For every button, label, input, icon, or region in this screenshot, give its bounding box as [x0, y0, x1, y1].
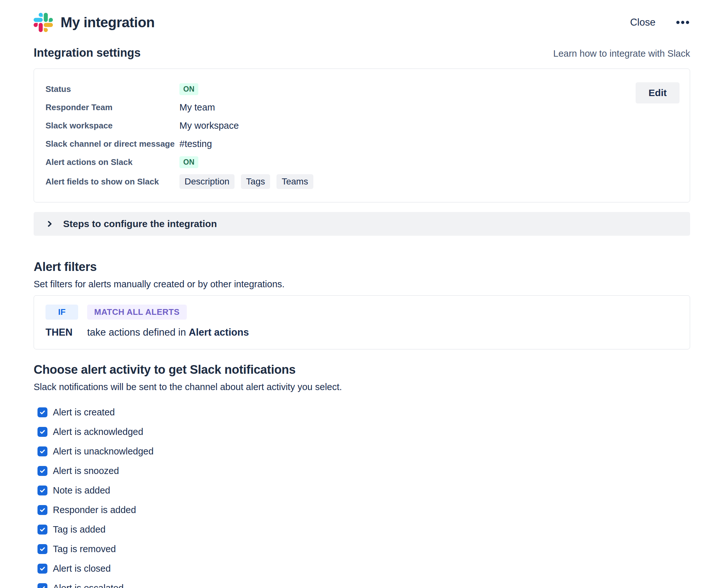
settings-rows: StatusONResponder TeamMy teamSlack works…: [45, 83, 678, 189]
checkmark-icon: [39, 546, 45, 552]
alert-activity-list: Alert is createdAlert is acknowledgedAle…: [34, 407, 690, 588]
notifications-heading: Choose alert activity to get Slack notif…: [34, 363, 690, 377]
field-tag: Description: [179, 174, 234, 189]
alert-activity-label: Alert is unacknowledged: [53, 446, 153, 457]
settings-row: Slack workspaceMy workspace: [45, 120, 678, 132]
checkmark-icon: [39, 429, 45, 435]
field-value: My team: [179, 102, 215, 113]
checkmark-icon: [39, 585, 45, 588]
close-button[interactable]: Close: [630, 17, 655, 28]
integration-settings-heading: Integration settings: [34, 46, 141, 60]
field-value: ON: [179, 156, 198, 168]
more-options-icon[interactable]: [675, 19, 690, 26]
alert-activity-label: Tag is added: [53, 524, 105, 535]
checkbox-checked[interactable]: [38, 407, 47, 417]
field-label: Status: [45, 84, 179, 94]
alert-activity-label: Note is added: [53, 485, 110, 496]
alert-activity-item: Alert is acknowledged: [34, 426, 690, 437]
learn-how-link[interactable]: Learn how to integrate with Slack: [553, 48, 690, 59]
alert-activity-label: Alert is closed: [53, 563, 111, 574]
page-title: My integration: [61, 15, 155, 30]
if-badge: IF: [45, 304, 78, 320]
alert-activity-label: Alert is snoozed: [53, 466, 119, 476]
field-value: ON: [179, 83, 198, 95]
notifications-description: Slack notifications will be sent to the …: [34, 382, 690, 392]
page-header: My integration Close: [34, 12, 690, 33]
status-on-badge: ON: [179, 156, 198, 168]
checkmark-icon: [39, 507, 45, 513]
integration-settings-header-row: Integration settings Learn how to integr…: [34, 46, 690, 60]
steps-accordion-label: Steps to configure the integration: [63, 218, 217, 229]
alert-activity-item: Note is added: [34, 485, 690, 496]
alert-activity-item: Responder is added: [34, 505, 690, 515]
checkmark-icon: [39, 468, 45, 474]
alert-activity-item: Alert is unacknowledged: [34, 446, 690, 457]
field-value: #testing: [179, 139, 212, 149]
alert-filter-card: IF MATCH ALL ALERTS THEN take actions de…: [34, 295, 690, 350]
field-value: DescriptionTagsTeams: [179, 174, 320, 189]
checkmark-icon: [39, 409, 45, 415]
checkmark-icon: [39, 526, 45, 532]
header-actions: Close: [630, 17, 690, 28]
chevron-right-icon: [46, 220, 54, 228]
alert-activity-label: Alert is created: [53, 407, 115, 418]
alert-activity-label: Tag is removed: [53, 544, 116, 554]
field-label: Responder Team: [45, 103, 179, 112]
then-label: THEN: [45, 327, 87, 338]
alert-filters-description: Set filters for alerts manually created …: [34, 279, 690, 290]
field-tag: Teams: [276, 174, 313, 189]
checkbox-checked[interactable]: [38, 544, 47, 554]
checkbox-checked[interactable]: [38, 466, 47, 476]
settings-row: Slack channel or direct message#testing: [45, 138, 678, 150]
then-text: take actions defined in Alert actions: [87, 327, 249, 338]
filter-then-row: THEN take actions defined in Alert actio…: [45, 327, 678, 338]
steps-accordion[interactable]: Steps to configure the integration: [34, 212, 690, 236]
alert-activity-item: Alert is snoozed: [34, 466, 690, 476]
alert-activity-item: Alert is closed: [34, 563, 690, 574]
field-label: Slack channel or direct message: [45, 139, 179, 149]
checkbox-checked[interactable]: [38, 427, 47, 437]
checkbox-checked[interactable]: [38, 485, 47, 496]
checkmark-icon: [39, 487, 45, 493]
settings-row: Alert actions on SlackON: [45, 156, 678, 168]
edit-button[interactable]: Edit: [636, 82, 679, 103]
header-title-group: My integration: [34, 13, 155, 32]
field-value-text: #testing: [179, 139, 212, 149]
alert-filters-heading: Alert filters: [34, 260, 690, 274]
slack-logo-icon: [34, 13, 53, 32]
settings-row: StatusON: [45, 83, 678, 95]
checkmark-icon: [39, 566, 45, 572]
field-value: My workspace: [179, 121, 239, 131]
alert-activity-label: Alert is acknowledged: [53, 426, 143, 437]
field-label: Alert fields to show on Slack: [45, 177, 179, 187]
checkbox-checked[interactable]: [38, 583, 47, 588]
settings-row: Responder TeamMy team: [45, 101, 678, 113]
field-tag: Tags: [241, 174, 270, 189]
alert-activity-label: Alert is escalated: [53, 583, 124, 588]
field-value-text: My workspace: [179, 121, 239, 131]
checkbox-checked[interactable]: [38, 525, 47, 534]
status-on-badge: ON: [179, 83, 198, 95]
match-all-alerts-badge: MATCH ALL ALERTS: [87, 304, 187, 320]
field-value-text: My team: [179, 102, 215, 113]
settings-row: Alert fields to show on SlackDescription…: [45, 174, 678, 189]
field-label: Slack workspace: [45, 121, 179, 131]
alert-activity-item: Alert is created: [34, 407, 690, 418]
alert-activity-item: Tag is removed: [34, 544, 690, 554]
checkmark-icon: [39, 448, 45, 455]
alert-activity-item: Tag is added: [34, 524, 690, 535]
checkbox-checked[interactable]: [38, 564, 47, 573]
checkbox-checked[interactable]: [38, 505, 47, 515]
alert-activity-label: Responder is added: [53, 505, 136, 515]
alert-actions-emphasis: Alert actions: [189, 327, 249, 338]
alert-activity-item: Alert is escalated: [34, 583, 690, 588]
integration-settings-page: My integration Close Integration setting…: [0, 0, 717, 588]
checkbox-checked[interactable]: [38, 446, 47, 456]
settings-card: StatusONResponder TeamMy teamSlack works…: [34, 68, 690, 203]
filter-if-row: IF MATCH ALL ALERTS: [45, 304, 678, 320]
field-label: Alert actions on Slack: [45, 157, 179, 167]
